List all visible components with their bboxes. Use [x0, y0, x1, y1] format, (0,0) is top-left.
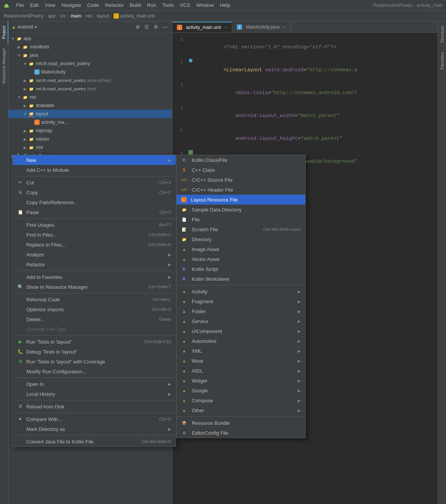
dropdown-arrow[interactable]: ▾: [35, 24, 37, 30]
submenu-item-cppclass[interactable]: S C++ Class: [176, 165, 305, 175]
tree-item-mainactivity[interactable]: C MainActivity: [8, 68, 172, 76]
breadcrumb-main[interactable]: main: [71, 13, 81, 19]
sidebar-tab-project[interactable]: Project: [0, 21, 8, 43]
tree-item-mipmap[interactable]: ▶ 📁 mipmap: [8, 126, 172, 135]
breadcrumb-layout[interactable]: layout: [97, 13, 109, 19]
menu-window[interactable]: Window: [193, 2, 217, 9]
tab-activity-main[interactable]: x activity_main.xml ×: [172, 22, 232, 32]
ctx-item-addtofavorites[interactable]: Add to Favorites ▶: [13, 272, 176, 282]
tree-item-res[interactable]: ▼ 📁 res: [8, 93, 172, 101]
ctx-item-showinresmanager[interactable]: 🔍 Show In Resource Manager Ctrl+Shift+T: [13, 282, 176, 292]
ctx-item-paste[interactable]: 📋 Paste Ctrl+V: [13, 207, 176, 217]
submenu-item-automotive[interactable]: ▲ Automotive ▶: [176, 336, 305, 346]
submenu-item-kotlinworksheet[interactable]: K Kotlin Worksheet: [176, 274, 305, 284]
ctx-item-cut[interactable]: ✂ Cut Ctrl+X: [13, 178, 176, 187]
panel-action-collapse[interactable]: ☰: [143, 23, 151, 31]
ctx-item-openin[interactable]: Open In ▶: [13, 379, 176, 389]
tree-item-values[interactable]: ▶ 📁 values: [8, 135, 172, 143]
menu-view[interactable]: View: [42, 2, 58, 9]
ctx-item-addcpp[interactable]: Add C++ to Module: [13, 165, 176, 175]
ctx-item-delete[interactable]: Delete... Delete: [13, 314, 176, 324]
ctx-item-runwithcoverage[interactable]: ⚙ Run 'Tests in 'layout'' with Coverage: [13, 357, 176, 366]
menu-run[interactable]: Run: [144, 2, 159, 9]
panel-action-filter[interactable]: ⚙: [152, 23, 160, 31]
submenu-item-directory[interactable]: 📁 Directory: [176, 234, 305, 244]
menu-help[interactable]: Help: [217, 2, 233, 9]
submenu-item-imageasset[interactable]: ▲ Image Asset: [176, 244, 305, 254]
ctx-item-copypath[interactable]: Copy Path/Reference...: [13, 197, 176, 207]
menu-navigate[interactable]: Navigate: [58, 2, 84, 9]
ctx-item-run[interactable]: ▶ Run 'Tests in 'layout'' Ctrl+Shift+F10: [13, 337, 176, 347]
tree-item-manifests[interactable]: ▶ 📁 manifests: [8, 43, 172, 51]
tree-item-pkg-test[interactable]: ▶ 📁 net.lh.read_ancient_poetry (test): [8, 85, 172, 93]
ctx-item-localhistory[interactable]: Local History ▶: [13, 389, 176, 399]
ctx-item-analyze[interactable]: Analyze ▶: [13, 250, 176, 259]
menu-build[interactable]: Build: [127, 2, 144, 9]
sidebar-tab-structure[interactable]: Structure: [438, 21, 446, 48]
submenu-item-xmlmenu[interactable]: ▲ XML ▶: [176, 346, 305, 356]
submenu-item-wear[interactable]: ▲ Wear ▶: [176, 356, 305, 366]
submenu-item-fragment[interactable]: ▲ Fragment ▶: [176, 296, 305, 306]
submenu-item-sampledatadirectory[interactable]: 📁 Sample Data Directory: [176, 205, 305, 214]
submenu-item-google[interactable]: ▲ Google ▶: [176, 386, 305, 395]
submenu-item-layoutresourcefile[interactable]: L Layout Resource File: [176, 195, 305, 205]
breadcrumb-src[interactable]: src: [60, 13, 66, 19]
submenu-item-cppsourcefile[interactable]: C/C C/C++ Source File: [176, 175, 305, 185]
ctx-item-replaceinfiles[interactable]: Replace in Files... Ctrl+Shift+R: [13, 240, 176, 250]
submenu-item-aidl[interactable]: ▲ AIDL ▶: [176, 366, 305, 376]
menu-vcs[interactable]: VCS: [177, 2, 193, 9]
submenu-item-compose[interactable]: ▲ Compose ▶: [176, 395, 305, 405]
ctx-item-copy[interactable]: ⎘ Copy Ctrl+C: [13, 187, 176, 197]
ctx-item-findusages[interactable]: Find Usages Alt+F7: [13, 220, 176, 230]
submenu-item-widget[interactable]: ▲ Widget ▶: [176, 376, 305, 386]
submenu-item-resourcebundle[interactable]: 📦 Resource Bundle: [176, 418, 305, 428]
submenu-item-scratchfile[interactable]: 📝 Scratch File Ctrl+Alt+Shift+Insert: [176, 224, 305, 234]
tree-item-pkg-androidtest[interactable]: ▶ 📁 net.lh.read_ancient_poetry (androidT…: [8, 76, 172, 85]
panel-action-close[interactable]: —: [161, 23, 169, 31]
ctx-item-debug[interactable]: 🐛 Debug 'Tests in 'layout'': [13, 347, 176, 357]
breadcrumb-res[interactable]: res: [86, 13, 92, 19]
ctx-item-markdirectoryas[interactable]: Mark Directory as ▶: [13, 424, 176, 434]
tree-item-drawable[interactable]: ▶ 📁 drawable: [8, 101, 172, 110]
ctx-item-reformatcode[interactable]: Reformat Code Ctrl+Alt+L: [13, 294, 176, 304]
menu-tools[interactable]: Tools: [159, 2, 177, 9]
breadcrumb-root[interactable]: ReadAncientPoetry: [4, 13, 43, 19]
tree-item-activity-xml[interactable]: x activity_ma...: [8, 118, 172, 126]
menu-edit[interactable]: Edit: [27, 2, 42, 9]
menu-file[interactable]: File: [13, 2, 27, 9]
submenu-item-file[interactable]: 📄 File: [176, 214, 305, 224]
panel-action-locate[interactable]: ⊕: [134, 23, 141, 31]
tree-item-xml[interactable]: ▶ 📁 xml: [8, 143, 172, 152]
ctx-item-convertjavatokotlin[interactable]: Convert Java File to Kotlin File Ctrl+Al…: [13, 437, 176, 446]
tree-item-pkg-main[interactable]: ▼ 📁 net.lh.read_ancient_poetry: [8, 59, 172, 68]
menu-refactor[interactable]: Refactor: [102, 2, 127, 9]
breadcrumb-app[interactable]: app: [48, 13, 55, 19]
menu-code[interactable]: Code: [84, 2, 102, 9]
ctx-item-optimizeimports[interactable]: Optimize Imports Ctrl+Alt+O: [13, 304, 176, 314]
submenu-item-activity[interactable]: ▲ Activity ▶: [176, 286, 305, 296]
tree-item-java[interactable]: ▼ 📁 java: [8, 51, 172, 59]
ctx-item-new[interactable]: New ▶: [13, 155, 176, 165]
ctx-item-reloadfromdisk[interactable]: ↺ Reload from Disk: [13, 402, 176, 411]
submenu-item-service[interactable]: ▲ Service ▶: [176, 316, 305, 326]
submenu-item-kotlinscript[interactable]: K Kotlin Script: [176, 264, 305, 274]
tab-mainactivity-java[interactable]: J MainActivity.java ×: [232, 22, 291, 32]
submenu-item-kotlinclassfile[interactable]: K Kotlin Class/File: [176, 155, 305, 165]
submenu-item-cppheaderfile[interactable]: C/C C/C++ Header File: [176, 185, 305, 195]
tab-close-mainactivity-java[interactable]: ×: [283, 25, 286, 29]
submenu-item-uicomponent[interactable]: ▲ UiComponent ▶: [176, 326, 305, 336]
submenu-item-folder[interactable]: ▲ Folder ▶: [176, 306, 305, 316]
sidebar-tab-resource[interactable]: Resource Manager: [0, 43, 8, 88]
ctx-item-refactor[interactable]: Refactor ▶: [13, 259, 176, 269]
sidebar-tab-favorites[interactable]: Favorites: [438, 48, 446, 74]
ctx-item-modifyrunconfig[interactable]: Modify Run Configuration...: [13, 366, 176, 376]
breadcrumb-file[interactable]: activity_main.xml: [120, 13, 155, 19]
tab-close-activity-main[interactable]: ×: [225, 25, 227, 30]
tree-item-app[interactable]: ▼ 📁 app: [8, 34, 172, 43]
submenu-item-editorconfig[interactable]: ⚙ EditorConfig File: [176, 428, 305, 438]
ctx-item-comparewith[interactable]: ✦ Compare With... Ctrl+D: [13, 414, 176, 424]
tree-item-layout[interactable]: ▼ 📁 layout: [8, 110, 172, 118]
ctx-item-findinfiles[interactable]: Find in Files... Ctrl+Shift+F: [13, 230, 176, 240]
submenu-item-other[interactable]: ▲ Other ▶: [176, 405, 305, 415]
submenu-item-vectorasset[interactable]: ▲ Vector Asset: [176, 254, 305, 264]
